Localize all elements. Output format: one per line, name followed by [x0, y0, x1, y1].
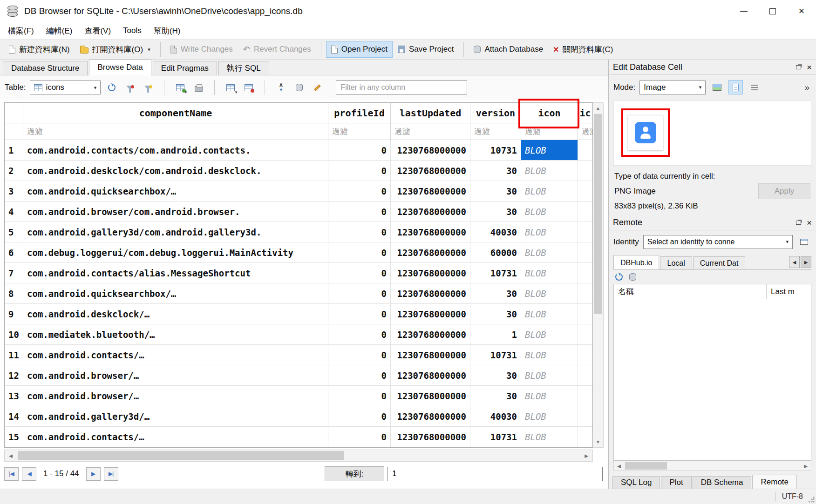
cell-profileid[interactable]: 0 [328, 202, 391, 222]
cell-lastupdated[interactable]: 1230768000000 [391, 345, 470, 365]
toolbar-overflow-button[interactable]: » [802, 82, 811, 93]
cell-version[interactable]: 1 [470, 324, 521, 344]
cell-version[interactable]: 10731 [470, 263, 521, 283]
apply-button[interactable]: Apply [758, 183, 810, 199]
cell-icon-blob[interactable]: BLOB [521, 161, 578, 181]
cell-overflow[interactable] [578, 242, 592, 262]
cell-icon-blob[interactable]: BLOB [521, 406, 578, 426]
close-button[interactable]: × [787, 0, 816, 22]
cell-componentname[interactable]: com.mediatek.bluetooth/… [23, 324, 328, 344]
revert-changes-button[interactable]: ↶ Revert Changes [238, 41, 316, 58]
cell-componentname[interactable]: com.android.gallery3d/com.android.galler… [23, 222, 328, 242]
row-number[interactable]: 8 [5, 283, 23, 303]
corner-header-cell[interactable] [5, 103, 23, 123]
dock-tab-sql-log[interactable]: SQL Log [612, 476, 660, 489]
new-record-button[interactable]: ▾ [173, 81, 187, 94]
cell-lastupdated[interactable]: 1230768000000 [391, 283, 470, 303]
next-page-button[interactable]: ▶ [86, 467, 101, 481]
row-number[interactable]: 9 [5, 304, 23, 324]
row-number[interactable]: 15 [5, 427, 23, 447]
identity-settings-button[interactable] [797, 235, 811, 249]
cell-componentname[interactable]: com.android.gallery3d/… [23, 406, 328, 426]
cell-overflow[interactable] [578, 324, 592, 344]
open-database-button[interactable]: 打開資料庫(O) ▾ [75, 40, 156, 59]
cell-icon-blob[interactable]: BLOB [521, 345, 578, 365]
cell-version[interactable]: 30 [470, 304, 521, 324]
cell-profileid[interactable]: 0 [328, 242, 391, 262]
cell-profileid[interactable]: 0 [328, 140, 391, 160]
image-view-button[interactable] [728, 80, 743, 94]
filter-input-profileid[interactable]: 過濾 [328, 123, 391, 140]
dock-tab-plot[interactable]: Plot [661, 476, 691, 489]
clone-database-icon[interactable] [629, 273, 636, 281]
import-data-button[interactable] [710, 80, 724, 94]
scroll-down-icon[interactable]: ▼ [593, 437, 603, 447]
cell-overflow[interactable] [578, 222, 592, 242]
table-select[interactable]: icons ▾ [30, 81, 101, 94]
cell-icon-blob[interactable]: BLOB [521, 202, 578, 222]
row-number[interactable]: 7 [5, 263, 23, 283]
cell-version[interactable]: 10731 [470, 140, 521, 160]
new-database-button[interactable]: 新建資料庫(N) [4, 40, 75, 59]
close-database-button[interactable]: × 關閉資料庫(C) [548, 40, 618, 59]
cell-overflow[interactable] [578, 283, 592, 303]
menu-help[interactable]: 幫助(H) [148, 22, 187, 39]
word-wrap-button[interactable] [747, 80, 762, 94]
identity-select[interactable]: Select an identity to conne ▾ [643, 235, 793, 249]
scroll-right-icon[interactable]: ▶ [580, 450, 592, 461]
first-page-button[interactable]: |◀ [4, 467, 19, 481]
cell-overflow[interactable] [578, 202, 592, 222]
cell-profileid[interactable]: 0 [328, 222, 391, 242]
save-project-button[interactable]: Save Project [393, 41, 459, 58]
cell-icon-blob[interactable]: BLOB [521, 386, 578, 406]
cell-icon-blob[interactable]: BLOB [521, 263, 578, 283]
cell-version[interactable]: 30 [470, 386, 521, 406]
cell-profileid[interactable]: 0 [328, 406, 391, 426]
tab-scroll-right-icon[interactable]: ▶ [801, 256, 811, 268]
cell-version[interactable]: 30 [470, 365, 521, 385]
cell-overflow[interactable] [578, 304, 592, 324]
cell-profileid[interactable]: 0 [328, 283, 391, 303]
remote-column-name[interactable]: 名稱 [614, 284, 766, 299]
cell-componentname[interactable]: com.android.browser/com.android.browser. [23, 202, 328, 222]
mode-select[interactable]: Image ▾ [639, 81, 706, 94]
cell-lastupdated[interactable]: 1230768000000 [391, 222, 470, 242]
cell-overflow[interactable] [578, 427, 592, 447]
filter-input-componentname[interactable]: 過濾 [23, 123, 328, 140]
close-panel-icon[interactable]: × [807, 218, 812, 227]
tab-execute-sql[interactable]: 執行 SQL [218, 61, 269, 75]
contacts-app-icon-image[interactable] [628, 115, 663, 150]
cell-componentname[interactable]: com.android.browser/… [23, 386, 328, 406]
cell-componentname[interactable]: com.android.contacts/… [23, 345, 328, 365]
cell-profileid[interactable]: 0 [328, 161, 391, 181]
row-number[interactable]: 1 [5, 140, 23, 160]
remote-scrollbar-thumb[interactable] [625, 462, 667, 470]
filter-input-partial[interactable]: 過濾 [578, 123, 592, 140]
cell-icon-blob[interactable]: BLOB [521, 365, 578, 385]
minimize-button[interactable]: ─ [729, 0, 758, 22]
horizontal-scrollbar-thumb[interactable] [18, 451, 344, 460]
cell-version[interactable]: 30 [470, 202, 521, 222]
cell-componentname[interactable]: com.android.browser/… [23, 365, 328, 385]
scroll-left-icon[interactable]: ◀ [614, 461, 624, 470]
menu-view[interactable]: 查看(V) [78, 22, 117, 39]
maximize-button[interactable] [758, 0, 787, 22]
row-number[interactable]: 6 [5, 242, 23, 262]
cell-profileid[interactable]: 0 [328, 304, 391, 324]
filter-input-lastupdated[interactable]: 過濾 [391, 123, 470, 140]
cell-version[interactable]: 30 [470, 283, 521, 303]
cell-profileid[interactable]: 0 [328, 365, 391, 385]
filter-input-icon[interactable]: 過濾 [521, 123, 578, 140]
row-number[interactable]: 4 [5, 202, 23, 222]
cell-version[interactable]: 10731 [470, 427, 521, 447]
cell-lastupdated[interactable]: 1230768000000 [391, 324, 470, 344]
save-filter-button[interactable] [141, 81, 155, 94]
vertical-scrollbar[interactable]: ▲ ▼ [593, 102, 604, 448]
cell-lastupdated[interactable]: 1230768000000 [391, 263, 470, 283]
menu-tools[interactable]: Tools [117, 22, 148, 39]
cell-lastupdated[interactable]: 1230768000000 [391, 140, 470, 160]
delete-record-button[interactable] [242, 81, 256, 94]
column-header-lastupdated[interactable]: lastUpdated [391, 103, 470, 123]
row-number[interactable]: 12 [5, 365, 23, 385]
open-project-button[interactable]: Open Project [326, 41, 393, 58]
